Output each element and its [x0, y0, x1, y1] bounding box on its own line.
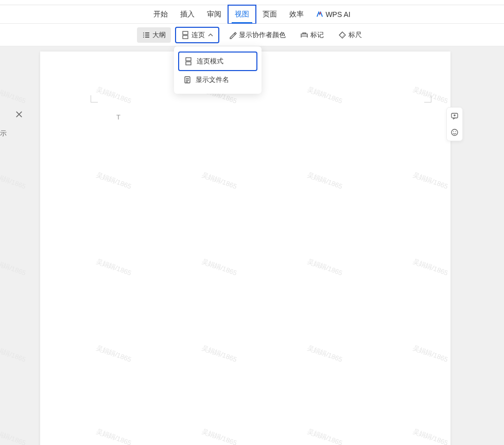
show-filename-label: 显示文件名: [196, 75, 229, 84]
menu-page[interactable]: 页面: [256, 6, 283, 23]
watermark: 吴娟娟/1865: [0, 84, 27, 106]
page-split-icon: [181, 31, 189, 39]
svg-rect-13: [186, 80, 189, 81]
svg-point-2: [143, 35, 144, 36]
svg-point-16: [451, 129, 458, 135]
outline-label: 大纲: [152, 30, 166, 40]
svg-point-4: [143, 37, 144, 38]
file-icon: [183, 76, 192, 84]
svg-rect-5: [145, 37, 149, 38]
watermark: 吴娟娟/1865: [0, 256, 27, 278]
menu-start[interactable]: 开始: [147, 6, 174, 23]
wps-ai-logo-icon: [316, 11, 323, 18]
continuous-dropdown: 连页模式 显示文件名: [174, 46, 262, 94]
toolbar: 大纲 连页 显示协作者颜色 标记 标尺: [0, 24, 504, 46]
watermark: 吴娟娟/1865: [0, 170, 27, 191]
menu-wps-ai[interactable]: WPS AI: [310, 6, 356, 23]
margin-mark-right: [424, 95, 431, 102]
continuous-label: 连页: [192, 30, 205, 40]
pencil-icon: [229, 31, 237, 39]
close-icon[interactable]: [15, 111, 23, 118]
menubar: 开始 插入 审阅 视图 页面 效率 WPS AI: [0, 5, 504, 24]
emoji-button[interactable]: [447, 124, 462, 141]
svg-rect-12: [186, 78, 189, 79]
page-split-icon: [184, 57, 193, 65]
svg-rect-6: [183, 31, 188, 35]
svg-rect-7: [183, 36, 188, 39]
text-cursor: T: [116, 113, 120, 121]
svg-rect-8: [301, 34, 307, 36]
margin-mark-left: [91, 95, 98, 102]
continuous-mode-option[interactable]: 连页模式: [178, 52, 257, 71]
add-comment-button[interactable]: [447, 108, 462, 124]
svg-rect-9: [186, 58, 191, 61]
show-author-color-button[interactable]: 显示协作者颜色: [223, 27, 291, 43]
menu-efficiency[interactable]: 效率: [283, 6, 310, 23]
side-label: 示: [0, 129, 7, 138]
show-filename-option[interactable]: 显示文件名: [178, 71, 257, 89]
svg-rect-10: [186, 62, 191, 65]
mark-label: 标记: [310, 30, 324, 40]
ruler-button[interactable]: 标尺: [333, 27, 367, 43]
watermark: 吴娟娟/1865: [0, 426, 27, 445]
svg-rect-14: [186, 81, 188, 82]
watermark: 吴娟娟/1865: [0, 343, 27, 364]
ruler-icon: [338, 31, 346, 39]
menu-insert[interactable]: 插入: [174, 6, 201, 23]
menu-view[interactable]: 视图: [228, 5, 256, 24]
mark-button[interactable]: 标记: [295, 27, 329, 43]
continuous-page-button[interactable]: 连页: [175, 27, 219, 43]
svg-rect-3: [145, 35, 149, 36]
svg-point-18: [455, 131, 456, 132]
workspace: 示 T 吴娟娟/1865 吴娟娟/1865 吴娟娟/1865 吴娟娟/1865 …: [0, 46, 504, 445]
continuous-mode-label: 连页模式: [197, 57, 223, 66]
outline-button[interactable]: 大纲: [137, 27, 171, 43]
floating-toolbar: [446, 107, 463, 141]
document-page[interactable]: T: [40, 52, 450, 445]
outline-icon: [142, 31, 150, 39]
svg-point-17: [453, 131, 454, 132]
ruler-label: 标尺: [349, 30, 362, 40]
flag-icon: [300, 31, 308, 39]
svg-rect-1: [145, 32, 149, 33]
svg-point-0: [143, 32, 144, 33]
wps-ai-label: WPS AI: [325, 10, 350, 19]
show-author-color-label: 显示协作者颜色: [239, 30, 286, 40]
menu-review[interactable]: 审阅: [201, 6, 228, 23]
chevron-up-icon: [208, 32, 213, 38]
